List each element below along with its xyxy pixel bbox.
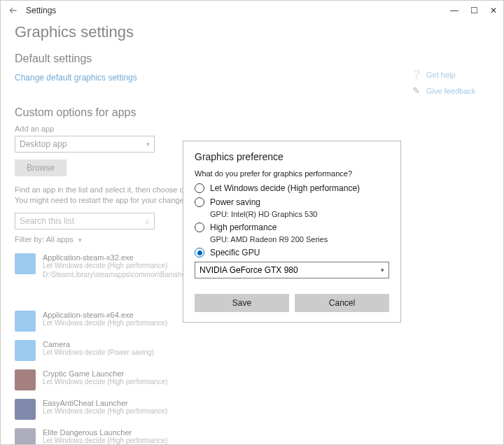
cancel-button[interactable]: Cancel	[295, 294, 389, 312]
radio-sub: GPU: Intel(R) HD Graphics 530	[210, 210, 389, 218]
dialog-title: Graphics preference	[195, 151, 389, 162]
graphics-preference-dialog: Graphics preference What do you prefer f…	[183, 141, 401, 323]
radio-option[interactable]: Let Windows decide (High performance)	[195, 183, 389, 193]
radio-label: Let Windows decide (High performance)	[210, 183, 360, 193]
radio-option[interactable]: Specific GPU	[195, 248, 389, 257]
dialog-options: Let Windows decide (High performance)Pow…	[195, 183, 389, 257]
save-button[interactable]: Save	[195, 294, 289, 312]
radio-icon	[195, 222, 204, 232]
dialog-question: What do you prefer for graphics performa…	[195, 169, 389, 178]
radio-sub: GPU: AMD Radeon R9 200 Series	[210, 235, 389, 243]
radio-option[interactable]: Power saving	[195, 197, 389, 207]
radio-icon	[195, 183, 204, 193]
radio-icon	[195, 248, 204, 257]
radio-label: Specific GPU	[210, 248, 260, 257]
radio-icon	[195, 197, 204, 207]
radio-label: Power saving	[210, 197, 260, 207]
overlay: Graphics preference What do you prefer f…	[1, 1, 503, 444]
gpu-select[interactable]: NVIDIA GeForce GTX 980 ▾	[195, 262, 389, 278]
radio-label: High performance	[210, 222, 276, 232]
radio-option[interactable]: High performance	[195, 222, 389, 232]
chevron-down-icon: ▾	[381, 267, 384, 274]
gpu-value: NVIDIA GeForce GTX 980	[200, 265, 298, 275]
